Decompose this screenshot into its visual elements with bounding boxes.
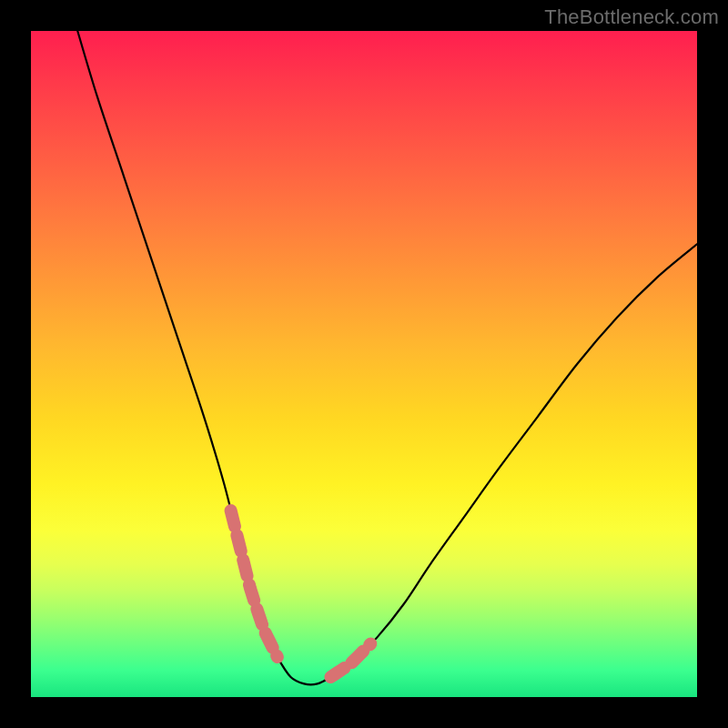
curve-svg — [31, 31, 697, 697]
highlight-left-knee — [231, 511, 278, 657]
plot-gradient-background — [31, 31, 697, 697]
highlight-right-knee — [330, 643, 370, 677]
watermark-text: TheBottleneck.com — [544, 5, 719, 29]
plot-frame: TheBottleneck.com — [0, 0, 728, 728]
bottleneck-curve — [77, 31, 697, 684]
